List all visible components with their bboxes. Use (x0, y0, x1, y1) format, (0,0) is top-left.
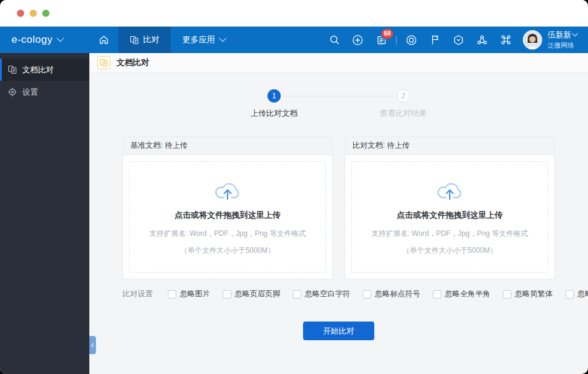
command-icon (500, 34, 511, 45)
upload-formats: 支持扩展名: Word，PDF，Jpg，Png 等文件格式 (149, 229, 305, 239)
plus-circle-icon (352, 34, 363, 46)
step-number: 1 (267, 89, 281, 103)
panel-body: 点击或将文件拖拽到这里上传 支持扩展名: Word，PDF，Jpg，Png 等文… (123, 155, 332, 279)
target-button[interactable] (400, 27, 423, 53)
compare-settings-row: 比对设置 忽略图片 忽略页眉页脚 忽略空白字符 (123, 289, 555, 299)
checkbox[interactable] (363, 290, 371, 299)
option-label: 忽略空白字符 (305, 289, 350, 299)
option-ignore-whitespace[interactable]: 忽略空白字符 (293, 289, 350, 299)
start-compare-button[interactable]: 开始比对 (303, 322, 374, 340)
base-doc-panel: 基准文档: 待上传 点击或将文件拖拽到这里上传 支持扩展名: (123, 136, 333, 279)
page-icon-box (97, 56, 110, 69)
checkbox[interactable] (566, 290, 574, 299)
window-titlebar (0, 0, 588, 27)
checkbox[interactable] (433, 290, 441, 299)
app-logo: e-cology (11, 34, 53, 46)
cloud-upload-icon (213, 179, 243, 203)
option-ignore-special-symbols[interactable]: 忽略特殊符号 (566, 289, 588, 299)
sidebar-item-label: 设置 (22, 87, 38, 98)
option-label: 忽略全角半角 (445, 289, 490, 299)
navbar-divider (396, 36, 397, 45)
user-name: 伍新新 (548, 30, 571, 40)
home-icon (98, 34, 109, 45)
nav-home-tab[interactable] (89, 27, 118, 53)
sidebar-item-label: 文档比对 (22, 65, 54, 75)
page-header: 文档比对 (89, 53, 588, 72)
compare-icon (8, 65, 17, 74)
flag-button[interactable] (423, 27, 447, 53)
hexagon-button[interactable] (447, 27, 470, 53)
nav-tab-compare-label: 比对 (143, 34, 159, 45)
sidebar-item-settings[interactable]: 设置 (0, 81, 89, 103)
step-label: 上传比对文档 (251, 108, 298, 119)
option-ignore-simplified-traditional[interactable]: 忽略简繁体 (503, 289, 553, 299)
checkbox[interactable] (503, 290, 511, 299)
user-menu[interactable]: 伍新新 泛微网络 (548, 30, 581, 49)
compare-icon (100, 59, 108, 67)
option-ignore-images[interactable]: 忽略图片 (168, 289, 210, 299)
upload-formats: 支持扩展名: Word，PDF，Jpg，Png 等文件格式 (371, 229, 528, 239)
upload-instruction: 点击或将文件拖拽到这里上传 (174, 210, 281, 221)
navbar-actions: 69 (322, 27, 588, 53)
gear-icon (8, 87, 17, 97)
chevron-left-icon (91, 343, 95, 347)
more-apps-label: 更多应用 (182, 34, 215, 45)
option-ignore-fullwidth-halfwidth[interactable]: 忽略全角半角 (433, 289, 490, 299)
option-ignore-punctuation[interactable]: 忽略标点符号 (363, 289, 420, 299)
step-upload: 1 上传比对文档 (251, 89, 298, 119)
sidebar: 文档比对 设置 (0, 53, 89, 374)
upload-size-limit: （单个文件大小小于5000M） (403, 246, 497, 256)
compare-doc-panel-header: 比对文档: 待上传 (345, 137, 554, 155)
sidebar-collapse-handle[interactable] (89, 336, 96, 354)
step-number: 2 (397, 89, 410, 103)
step-view-result: 2 查看比对结果 (380, 89, 427, 119)
compare-doc-panel: 比对文档: 待上传 点击或将文件拖拽到这里上传 支持扩展名: (345, 136, 555, 279)
compare-icon (130, 36, 139, 45)
search-icon (329, 34, 340, 45)
base-doc-panel-header: 基准文档: 待上传 (123, 137, 332, 155)
command-button[interactable] (494, 27, 517, 53)
cloud-upload-icon (435, 179, 465, 203)
page-title: 文档比对 (117, 57, 149, 68)
main-area: 文档比对 1 上传比对文档 2 查看比对结果 (89, 53, 588, 374)
org-network-icon (476, 34, 488, 46)
checkbox[interactable] (168, 290, 176, 299)
messages-button[interactable]: 69 (369, 27, 393, 53)
option-label: 忽略页眉页脚 (235, 289, 280, 299)
base-doc-dropzone[interactable]: 点击或将文件拖拽到这里上传 支持扩展名: Word，PDF，Jpg，Png 等文… (129, 161, 326, 273)
double-circle-icon (406, 34, 417, 46)
compare-doc-dropzone[interactable]: 点击或将文件拖拽到这里上传 支持扩展名: Word，PDF，Jpg，Png 等文… (351, 161, 548, 273)
logo-dropdown[interactable]: e-cology (0, 27, 89, 53)
hexagon-icon (453, 34, 464, 46)
org-share-button[interactable] (470, 27, 494, 53)
maximize-window-button[interactable] (42, 10, 50, 17)
option-label: 忽略特殊符号 (578, 289, 588, 299)
option-label: 忽略简繁体 (515, 289, 553, 299)
close-window-button[interactable] (17, 10, 24, 17)
step-label: 查看比对结果 (380, 108, 427, 119)
page-content: 1 上传比对文档 2 查看比对结果 基准文档: 待上传 (89, 72, 588, 374)
minimize-window-button[interactable] (30, 10, 37, 17)
chevron-down-icon (57, 34, 65, 42)
nav-tab-compare[interactable]: 比对 (118, 27, 171, 53)
option-ignore-header-footer[interactable]: 忽略页眉页脚 (223, 289, 280, 299)
app-body: 文档比对 设置 文档比对 (0, 53, 588, 374)
steps-indicator: 1 上传比对文档 2 查看比对结果 (251, 89, 427, 119)
nav-more-apps[interactable]: 更多应用 (171, 27, 236, 53)
option-label: 忽略标点符号 (375, 289, 420, 299)
sidebar-item-doc-compare[interactable]: 文档比对 (0, 59, 89, 81)
app-window: e-cology 比对 更多应用 (0, 0, 588, 374)
user-avatar[interactable] (523, 30, 542, 49)
option-label: 忽略图片 (180, 289, 210, 299)
notification-badge: 69 (382, 29, 393, 39)
checkbox[interactable] (293, 290, 301, 299)
chevron-down-icon (219, 34, 227, 42)
upload-instruction: 点击或将文件拖拽到这里上传 (397, 210, 503, 221)
flag-icon (430, 34, 441, 45)
chevron-down-icon (572, 31, 578, 37)
avatar-photo (523, 30, 542, 49)
new-item-button[interactable] (346, 27, 369, 53)
user-org: 泛微网络 (548, 41, 577, 49)
checkbox[interactable] (223, 290, 231, 299)
search-button[interactable] (322, 27, 346, 53)
